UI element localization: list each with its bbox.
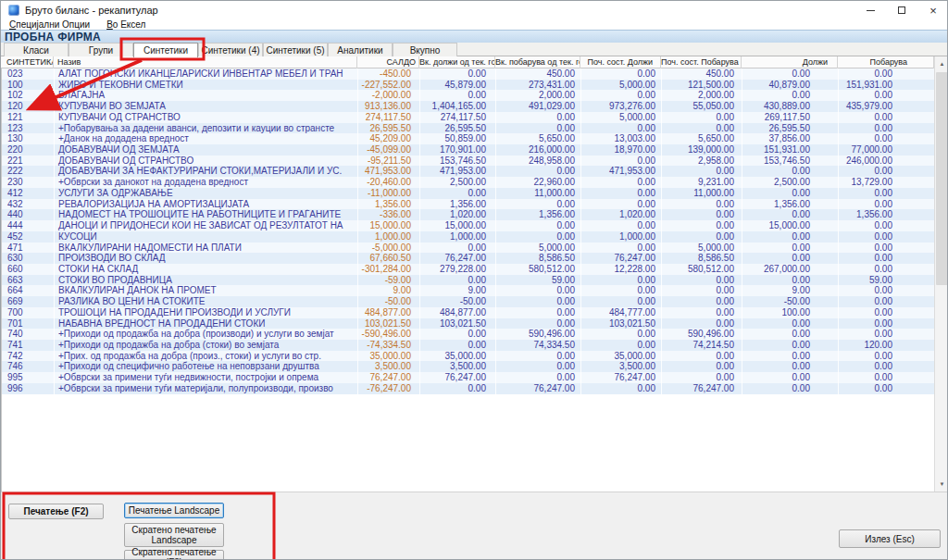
cell: 0.00 bbox=[742, 209, 839, 220]
table-row[interactable]: 440НАДОМЕСТ НА ТРОШОЦИТЕ НА РАБОТНИЦИТЕ … bbox=[2, 209, 934, 220]
menu-item-1[interactable]: Во Ексел bbox=[98, 19, 154, 30]
cell: 471,953.00 bbox=[420, 166, 496, 177]
table-row[interactable]: 741+Приходи од продажба на добра (стоки)… bbox=[2, 340, 934, 351]
cell: 0.00 bbox=[581, 68, 662, 80]
scrollbar-thumb[interactable] bbox=[936, 72, 948, 285]
cell: 26,595.50 bbox=[420, 123, 496, 134]
table-row[interactable]: 412УСЛУГИ ЗА ОДРЖАВАЊЕ-11,000.000.0011,0… bbox=[2, 188, 934, 199]
cell: 2,000.00 bbox=[496, 90, 581, 101]
cell: +Прих. од продажба на добра (произ., сто… bbox=[55, 351, 358, 362]
table-row[interactable]: 630ПРОИЗВОДИ ВО СКЛАД67,660.5076,247.008… bbox=[2, 253, 934, 264]
scroll-down-icon[interactable]: ▼ bbox=[935, 477, 948, 492]
column-header-4[interactable]: Вк. побарува од тек. год. bbox=[495, 56, 580, 68]
table-row[interactable]: 444ДАНОЦИ И ПРИДОНЕСИ КОИ НЕ ЗАВИСАТ ОД … bbox=[2, 220, 934, 231]
cell: 996 bbox=[2, 383, 55, 394]
column-header-2[interactable]: САЛДО bbox=[357, 56, 419, 68]
cell: 59.00 bbox=[496, 275, 581, 286]
grid-header: СИНТЕТИКАНазивСАЛДОВк. должи од тек. год… bbox=[1, 56, 934, 68]
cell: 0.00 bbox=[839, 296, 934, 307]
table-row[interactable]: 742+Прих. од продажба на добра (произ., … bbox=[2, 351, 934, 362]
tab-5[interactable]: Аналитики bbox=[328, 43, 393, 56]
table-row[interactable]: 660СТОКИ НА СКЛАД-301,284.00279,228.0058… bbox=[2, 264, 934, 275]
column-header-1[interactable]: Назив bbox=[54, 56, 357, 68]
table-row[interactable]: 130+Данок на додадена вредност45,209.005… bbox=[2, 133, 934, 144]
cell: 5,000.00 bbox=[581, 80, 662, 91]
menu-item-0[interactable]: Специјални Опции bbox=[1, 19, 98, 30]
cell: 0.00 bbox=[742, 372, 839, 383]
cell: 77,000.00 bbox=[839, 144, 934, 156]
table-row[interactable]: 123+Побарувања за дадени аванси, депозит… bbox=[2, 123, 934, 134]
print-landscape-button[interactable]: Печатење Landscape bbox=[124, 503, 224, 518]
cell: 0.00 bbox=[420, 383, 496, 394]
cell: 267,000.00 bbox=[742, 264, 839, 275]
minimize-button[interactable] bbox=[854, 1, 886, 19]
tab-0[interactable]: Класи bbox=[4, 43, 69, 56]
table-row[interactable]: 102БЛАГАЈНА-2,000.000.002,000.000.002,00… bbox=[2, 90, 934, 101]
restore-button[interactable] bbox=[886, 1, 917, 19]
cell: 669 bbox=[2, 296, 55, 307]
table-row[interactable]: 746+Приходи од специфично работење на не… bbox=[2, 361, 934, 372]
cell: 1,356.00 bbox=[742, 199, 839, 210]
cell: 9.00 bbox=[742, 285, 839, 296]
cell: +Обврски за примени туѓи материјали, пол… bbox=[55, 383, 358, 394]
data-grid: 023АЛАТ ПОГОНСКИ ИКАНЦЕЛАРИСКИ ИНВЕНТАР … bbox=[1, 68, 934, 492]
vertical-scrollbar[interactable]: ▲ ▼ bbox=[934, 56, 948, 492]
short-print-button[interactable]: Скратено печатење (F3) bbox=[124, 550, 224, 560]
column-header-5[interactable]: Поч. сост. Должи bbox=[580, 56, 661, 68]
table-row[interactable]: 664ВКАЛКУЛИРАН ДАНОК НА ПРОМЕТ9.009.000.… bbox=[2, 285, 934, 296]
table-row[interactable]: 996+Обврски за примени туѓи материјали, … bbox=[2, 383, 934, 394]
cell: 0.00 bbox=[742, 68, 839, 80]
cell: 590,496.00 bbox=[496, 329, 581, 340]
table-row[interactable]: 023АЛАТ ПОГОНСКИ ИКАНЦЕЛАРИСКИ ИНВЕНТАР … bbox=[2, 68, 934, 80]
tab-3[interactable]: Синтетики (4) bbox=[198, 43, 263, 56]
table-row[interactable]: 700ТРОШОЦИ НА ПРОДАДЕНИ ПРОИЗВОДИ И УСЛУ… bbox=[2, 307, 934, 318]
cell: 151,931.00 bbox=[742, 144, 839, 156]
cell: 121 bbox=[2, 112, 55, 123]
cell: 0.00 bbox=[742, 166, 839, 177]
table-row[interactable]: 471ВКАЛКУЛИРАНИ НАДОМЕСТИ НА ПЛАТИ-5,000… bbox=[2, 243, 934, 254]
table-row[interactable]: 221ДОБАВУВАЧИ ОД СТРАНСТВО-95,211.50153,… bbox=[2, 156, 934, 167]
cell: 0.00 bbox=[742, 90, 839, 101]
column-header-7[interactable]: Должи bbox=[742, 56, 838, 68]
table-row[interactable]: 669РАЗЛИКА ВО ЦЕНИ НА СТОКИТЕ-50.00-50.0… bbox=[2, 296, 934, 307]
exit-button[interactable]: Излез (Esc) bbox=[839, 529, 941, 548]
cell: 153,746.50 bbox=[420, 156, 496, 167]
table-row[interactable]: 663СТОКИ ВО ПРОДАВНИЦА-59.000.0059.000.0… bbox=[2, 275, 934, 286]
column-header-6[interactable]: Поч. сост. Побарува bbox=[661, 56, 742, 68]
table-row[interactable]: 220ДОБАВУВАЧИ ОД ЗЕМЈАТА-45,099.00170,90… bbox=[2, 144, 934, 156]
tab-2[interactable]: Синтетики bbox=[133, 43, 198, 57]
table-row[interactable]: 100ЖИРО И ТЕКОВНИ СМЕТКИ-227,552.0045,87… bbox=[2, 80, 934, 91]
table-row[interactable]: 121КУПУВАЧИ ОД СТРАНСТВО274,117.50274,11… bbox=[2, 112, 934, 123]
table-row[interactable]: 222ДОБАВУВАЧИ ЗА НЕФАКТУРИРАНИ СТОКИ,МАТ… bbox=[2, 166, 934, 177]
cell: 0.00 bbox=[662, 361, 742, 372]
cell: -74,334.50 bbox=[358, 340, 420, 351]
scroll-up-icon[interactable]: ▲ bbox=[935, 56, 948, 71]
cell: 1,020.00 bbox=[420, 209, 496, 220]
cell: 274,117.50 bbox=[420, 112, 496, 123]
table-row[interactable]: 701НАБАВНА ВРЕДНОСТ НА ПРОДАДЕНИ СТОКИ10… bbox=[2, 318, 934, 330]
column-header-0[interactable]: СИНТЕТИКА bbox=[1, 56, 54, 68]
tab-6[interactable]: Вкупно bbox=[393, 43, 457, 56]
cell: 435,979.00 bbox=[839, 101, 934, 112]
column-header-3[interactable]: Вк. должи од тек. год. bbox=[419, 56, 495, 68]
table-row[interactable]: 230+Обврски за данокот на додадена вредн… bbox=[2, 177, 934, 188]
cell: 0.00 bbox=[662, 351, 742, 362]
cell: -20,460.00 bbox=[358, 177, 420, 188]
table-row[interactable]: 432РЕВАЛОРИЗАЦИЈА НА АМОРТИЗАЦИЈАТА1,356… bbox=[2, 199, 934, 210]
print-button[interactable]: Печатење (F2) bbox=[8, 504, 104, 519]
table-row[interactable]: 995+Обврски за примени туѓи недвижности,… bbox=[2, 372, 934, 383]
short-print-landscape-button[interactable]: Скратено печатење Landscape bbox=[124, 523, 224, 547]
cell: 12,228.00 bbox=[581, 264, 662, 275]
cell: 0.00 bbox=[662, 275, 742, 286]
table-row[interactable]: 740+Приходи од продажба на добра (произв… bbox=[2, 329, 934, 340]
tab-1[interactable]: Групи bbox=[69, 43, 133, 56]
tab-4[interactable]: Синтетики (5) bbox=[263, 43, 328, 56]
cell: 0.00 bbox=[742, 243, 839, 254]
close-button[interactable]: × bbox=[917, 1, 948, 19]
table-row[interactable]: 452КУСОЦИ1,000.001,000.000.001,000.000.0… bbox=[2, 231, 934, 243]
table-row[interactable]: 120КУПУВАЧИ ВО ЗЕМЈАТА913,136.001,404,16… bbox=[2, 101, 934, 112]
cell: 0.00 bbox=[420, 275, 496, 286]
cell: 0.00 bbox=[581, 199, 662, 210]
close-icon: × bbox=[929, 5, 937, 17]
column-header-8[interactable]: Побарува bbox=[838, 56, 934, 68]
